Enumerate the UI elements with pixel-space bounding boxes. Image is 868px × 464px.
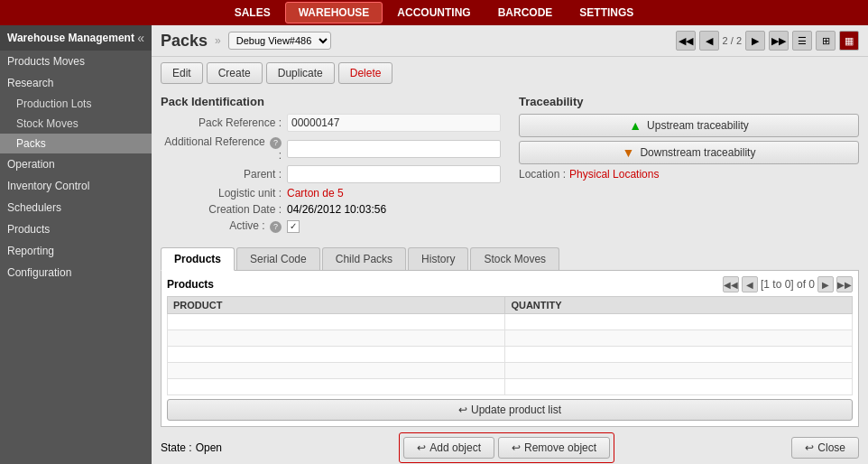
quantity-cell (505, 314, 853, 330)
tab-serial-code[interactable]: Serial Code (236, 247, 320, 270)
sidebar-item-schedulers[interactable]: Schedulers (0, 197, 152, 218)
grid-view-icon[interactable]: ⊞ (816, 31, 836, 51)
nav-sales[interactable]: SALES (222, 3, 283, 23)
pack-ref-input[interactable] (287, 114, 501, 132)
last-page-button[interactable]: ▶▶ (769, 31, 789, 51)
upstream-label: Upstream traceability (647, 119, 749, 132)
tabs-container: Products Serial Code Child Packs History… (161, 247, 859, 427)
col-quantity: QUANTITY (505, 297, 853, 314)
sidebar-item-products-moves[interactable]: Products Moves (0, 51, 152, 72)
footer-area: State : Open ↩ Add object ↩ Remove objec… (152, 427, 868, 464)
update-product-list-button[interactable]: ↩ Update product list (167, 399, 853, 421)
parent-input[interactable] (287, 165, 501, 183)
sidebar-title: Warehouse Management (7, 32, 134, 44)
sidebar-collapse-button[interactable]: « (137, 31, 144, 45)
downstream-icon: ▼ (623, 145, 635, 160)
nav-barcode[interactable]: BARCODE (485, 3, 566, 23)
pack-identification-section: Pack Identification Pack Reference : Add… (161, 95, 501, 237)
sidebar-item-research[interactable]: Research (0, 72, 152, 94)
quantity-cell (505, 363, 853, 379)
pack-ref-row: Pack Reference : (161, 114, 501, 132)
table-first-btn[interactable]: ◀◀ (723, 276, 739, 292)
active-checkbox[interactable]: ✓ (287, 220, 300, 233)
sidebar-item-operation[interactable]: Operation (0, 153, 152, 175)
table-last-btn[interactable]: ▶▶ (836, 276, 853, 292)
sidebar-item-products[interactable]: Products (0, 218, 152, 240)
quantity-cell (505, 379, 853, 395)
delete-button[interactable]: Delete (338, 62, 393, 84)
state-display: State : Open (161, 441, 222, 454)
creation-date-value: 04/26/2012 10:03:56 (287, 203, 386, 216)
state-value: Open (196, 441, 222, 454)
tabs-header: Products Serial Code Child Packs History… (161, 247, 859, 271)
nav-settings[interactable]: SETTINGS (567, 3, 646, 23)
pagination-text: 2 / 2 (723, 35, 742, 46)
duplicate-button[interactable]: Duplicate (266, 62, 335, 84)
downstream-traceability-button[interactable]: ▼ Downstream traceability (519, 141, 859, 164)
nav-warehouse[interactable]: WAREHOUSE (285, 2, 383, 23)
close-icon: ↩ (805, 441, 814, 454)
tab-products[interactable]: Products (161, 247, 235, 271)
parent-label: Parent : (161, 168, 287, 181)
first-page-button[interactable]: ◀◀ (676, 31, 696, 51)
top-navigation: SALES WAREHOUSE ACCOUNTING BARCODE SETTI… (0, 0, 868, 25)
product-cell (168, 330, 505, 347)
form-view-icon[interactable]: ▦ (839, 31, 859, 51)
list-view-icon[interactable]: ☰ (792, 31, 812, 51)
toolbar-left: Edit Create Duplicate Delete (161, 62, 392, 84)
add-object-button[interactable]: ↩ Add object (403, 437, 494, 459)
active-help[interactable]: ? (270, 221, 282, 233)
sidebar: Warehouse Management « Products Moves Re… (0, 25, 152, 464)
pack-identification-title: Pack Identification (161, 95, 501, 108)
nav-accounting[interactable]: ACCOUNTING (384, 3, 483, 23)
logistic-unit-link[interactable]: Carton de 5 (287, 187, 344, 200)
form-area: Pack Identification Pack Reference : Add… (152, 89, 868, 242)
close-button[interactable]: ↩ Close (791, 437, 859, 459)
additional-ref-help[interactable]: ? (270, 137, 282, 149)
sidebar-item-production-lots[interactable]: Production Lots (0, 94, 152, 114)
pack-ref-label: Pack Reference : (161, 116, 287, 129)
location-link[interactable]: Physical Locations (569, 168, 659, 181)
remove-object-icon: ↩ (512, 441, 521, 454)
table-row (168, 379, 853, 395)
products-table: PRODUCT QUANTITY (167, 296, 853, 395)
update-label: Update product list (471, 404, 561, 416)
add-object-icon: ↩ (417, 441, 426, 454)
page-nav-icons: ◀◀ ◀ 2 / 2 ▶ ▶▶ ☰ ⊞ ▦ (676, 31, 859, 51)
sidebar-item-configuration[interactable]: Configuration (0, 262, 152, 283)
product-cell (168, 314, 505, 330)
table-prev-btn[interactable]: ◀ (742, 276, 758, 292)
state-label: State : (161, 441, 192, 454)
logistic-unit-label: Logistic unit : (161, 187, 287, 200)
tab-stock-moves[interactable]: Stock Moves (470, 247, 559, 270)
close-label: Close (817, 441, 845, 454)
upstream-traceability-button[interactable]: ▲ Upstream traceability (519, 114, 859, 137)
active-row: Active : ? ✓ (161, 219, 501, 233)
tab-history[interactable]: History (408, 247, 468, 270)
product-cell (168, 363, 505, 379)
additional-ref-input[interactable] (287, 140, 501, 158)
tab-child-packs[interactable]: Child Packs (322, 247, 406, 270)
tab-content-products: Products ◀◀ ◀ [1 to 0] of 0 ▶ ▶▶ PRODUCT… (161, 271, 859, 427)
edit-button[interactable]: Edit (161, 62, 203, 84)
additional-ref-row: Additional Reference ? : (161, 135, 501, 162)
sidebar-item-packs[interactable]: Packs (0, 134, 152, 153)
toolbar: Edit Create Duplicate Delete (152, 57, 868, 89)
remove-object-button[interactable]: ↩ Remove object (498, 437, 610, 459)
debug-view-select[interactable]: Debug View#486 (228, 32, 331, 50)
prev-page-button[interactable]: ◀ (699, 31, 719, 51)
table-next-btn[interactable]: ▶ (817, 276, 834, 292)
active-label: Active : ? (161, 219, 287, 233)
traceability-title: Traceability (519, 95, 859, 108)
upstream-icon: ▲ (629, 118, 642, 133)
parent-row: Parent : (161, 165, 501, 183)
sidebar-item-stock-moves[interactable]: Stock Moves (0, 114, 152, 134)
location-label: Location : (519, 168, 566, 181)
sidebar-item-reporting[interactable]: Reporting (0, 240, 152, 262)
create-button[interactable]: Create (207, 62, 263, 84)
next-page-button[interactable]: ▶ (745, 31, 765, 51)
downstream-label: Downstream traceability (640, 146, 755, 159)
sidebar-item-inventory-control[interactable]: Inventory Control (0, 175, 152, 197)
additional-ref-label: Additional Reference ? : (161, 135, 287, 162)
products-table-nav: ◀◀ ◀ [1 to 0] of 0 ▶ ▶▶ (723, 276, 853, 292)
